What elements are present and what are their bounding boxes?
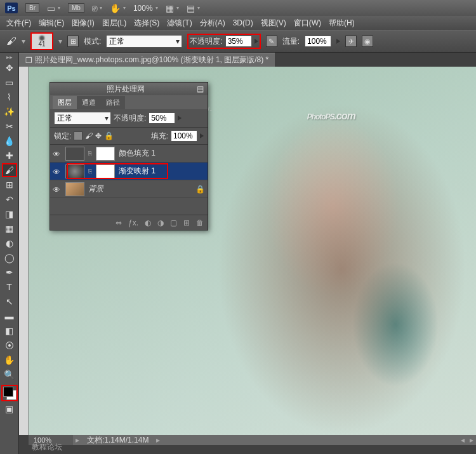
layer-row[interactable]: 👁 ⎘ 颜色填充 1 [50, 145, 208, 163]
lock-brush-icon[interactable]: 🖌 [85, 131, 93, 140]
stamp-tool[interactable]: ⊞ [2, 178, 17, 192]
lock-all-icon[interactable]: 🔒 [104, 131, 114, 140]
scroll-right-icon[interactable]: ▸ [467, 436, 476, 444]
menu-layer[interactable]: 图层(L) [100, 17, 129, 30]
opacity-label: 不透明度: [190, 36, 222, 47]
grid-icon[interactable]: ▦ [166, 3, 174, 13]
tab-paths[interactable]: 路径 [101, 96, 125, 109]
zoom-tool[interactable]: 🔍 [2, 368, 17, 382]
hand-icon[interactable]: ✋ [110, 3, 121, 13]
brush-tool[interactable]: 🖌 [2, 163, 17, 177]
dodge-tool[interactable]: ◯ [2, 251, 17, 265]
mode-label: 模式: [84, 36, 101, 47]
layer-opacity-input[interactable] [149, 112, 175, 124]
visibility-icon[interactable]: 👁 [53, 185, 62, 193]
frame-icon[interactable]: ▭ [47, 3, 55, 13]
menu-edit[interactable]: 编辑(E) [36, 17, 67, 30]
flow-flyout[interactable] [336, 39, 340, 44]
menubar: 文件(F) 编辑(E) 图像(I) 图层(L) 选择(S) 滤镜(T) 分析(A… [0, 16, 476, 30]
tab-channels[interactable]: 通道 [77, 96, 101, 109]
menu-analysis[interactable]: 分析(A) [197, 17, 228, 30]
adjustment-icon[interactable]: ◑ [157, 218, 164, 227]
group-icon[interactable]: ▢ [170, 218, 177, 227]
screen-icon[interactable]: ⎚ [92, 3, 97, 13]
opacity-group: 不透明度: [187, 34, 260, 49]
pen-tool[interactable]: ✒ [2, 265, 17, 279]
tab-layers[interactable]: 图层 [53, 96, 77, 109]
document-tab[interactable]: ❐ 照片处理网_www.photops.com.jpg@100% (渐变映射 1… [19, 53, 275, 67]
gradient-tool[interactable]: ▦ [2, 222, 17, 236]
foreground-color[interactable] [3, 387, 13, 397]
btn-br[interactable]: Br [25, 3, 39, 13]
layer-name[interactable]: 背景 [88, 184, 103, 194]
mask-icon[interactable]: ◐ [145, 218, 151, 227]
brush-panel-icon[interactable]: ⊞ [67, 36, 79, 47]
opacity-flyout[interactable] [255, 39, 258, 44]
link-layers-icon[interactable]: ⇔ [116, 218, 122, 227]
crop-tool[interactable]: ✂ [2, 119, 17, 133]
layer-name[interactable]: 颜色填充 1 [119, 148, 155, 159]
layer-thumb[interactable] [65, 164, 84, 178]
layer-thumb[interactable] [65, 182, 84, 196]
layer-mask[interactable] [96, 147, 115, 161]
path-tool[interactable]: ↖ [2, 295, 17, 309]
new-layer-icon[interactable]: ⊞ [183, 218, 190, 227]
history-brush-tool[interactable]: ↶ [2, 192, 17, 206]
flow-label: 流量: [282, 36, 300, 47]
color-swatches[interactable] [1, 385, 18, 401]
fill-flyout[interactable] [200, 133, 204, 138]
flow-input[interactable] [305, 36, 331, 47]
menu-view[interactable]: 视图(V) [258, 17, 289, 30]
move-tool[interactable]: ✥ [2, 61, 17, 75]
menu-select[interactable]: 选择(S) [131, 17, 162, 30]
menu-filter[interactable]: 滤镜(T) [164, 17, 194, 30]
3d-camera-tool[interactable]: ⦿ [2, 338, 17, 352]
fx-icon[interactable]: ƒx. [128, 218, 138, 227]
layer-mask[interactable] [96, 164, 115, 178]
layers-footer: ⇔ ƒx. ◐ ◑ ▢ ⊞ 🗑 [50, 215, 208, 230]
menu-image[interactable]: 图像(I) [69, 17, 96, 30]
layer-thumb[interactable] [65, 147, 84, 161]
visibility-icon[interactable]: 👁 [53, 168, 62, 175]
menu-window[interactable]: 窗口(W) [291, 17, 324, 30]
menu-file[interactable]: 文件(F) [4, 17, 34, 30]
lock-move-icon[interactable]: ✥ [95, 131, 102, 140]
layer-row[interactable]: 👁 背景 🔒 [50, 180, 208, 198]
eraser-tool[interactable]: ◨ [2, 207, 17, 221]
tablet-opacity-icon[interactable]: ✎ [266, 36, 277, 47]
visibility-icon[interactable]: 👁 [53, 150, 62, 157]
airbrush-icon[interactable]: ✈ [345, 36, 357, 47]
quickmask-tool[interactable]: ▣ [2, 402, 17, 416]
tools-panel: ▸▸ ✥ ▭ ⌇ ✨ ✂ 💧 ✚ 🖌 ⊞ ↶ ◨ ▦ ◐ ◯ ✒ T ↖ ▬ ◧… [0, 53, 19, 454]
lock-trans-icon[interactable] [74, 131, 83, 140]
lasso-tool[interactable]: ⌇ [2, 90, 17, 104]
hand-tool[interactable]: ✋ [2, 353, 17, 367]
opacity-input[interactable] [225, 36, 252, 47]
layer-blend-select[interactable]: 正常 [54, 112, 111, 124]
eyedropper-tool[interactable]: 💧 [2, 134, 17, 148]
scroll-left-icon[interactable]: ◂ [458, 436, 467, 444]
heal-tool[interactable]: ✚ [2, 149, 17, 163]
brush-icon: 🖌 [6, 36, 17, 47]
type-tool[interactable]: T [2, 280, 17, 294]
layer-opacity-flyout[interactable] [178, 116, 182, 121]
tablet-size-icon[interactable]: ◉ [362, 36, 373, 47]
blur-tool[interactable]: ◐ [2, 236, 17, 250]
fill-input[interactable] [171, 130, 197, 142]
3d-tool[interactable]: ◧ [2, 324, 17, 338]
layer-name[interactable]: 渐变映射 1 [119, 166, 155, 177]
brush-size-picker[interactable]: 41 [30, 32, 53, 50]
doc-icon[interactable]: ▤ [187, 3, 195, 13]
delete-icon[interactable]: 🗑 [196, 218, 204, 227]
blend-mode-select[interactable]: 正常 [106, 35, 182, 48]
menu-3d[interactable]: 3D(D) [230, 17, 256, 29]
link-icon: ⎘ [88, 150, 92, 157]
menu-help[interactable]: 帮助(H) [326, 17, 357, 30]
btn-mb[interactable]: Mb [68, 3, 84, 13]
zoom-level[interactable]: 100% [133, 4, 153, 13]
panel-menu-icon[interactable]: ▤ [197, 84, 204, 93]
layer-row[interactable]: 👁 ⎘ 渐变映射 1 [50, 163, 208, 180]
wand-tool[interactable]: ✨ [2, 105, 17, 119]
marquee-tool[interactable]: ▭ [2, 76, 17, 90]
shape-tool[interactable]: ▬ [2, 309, 17, 323]
